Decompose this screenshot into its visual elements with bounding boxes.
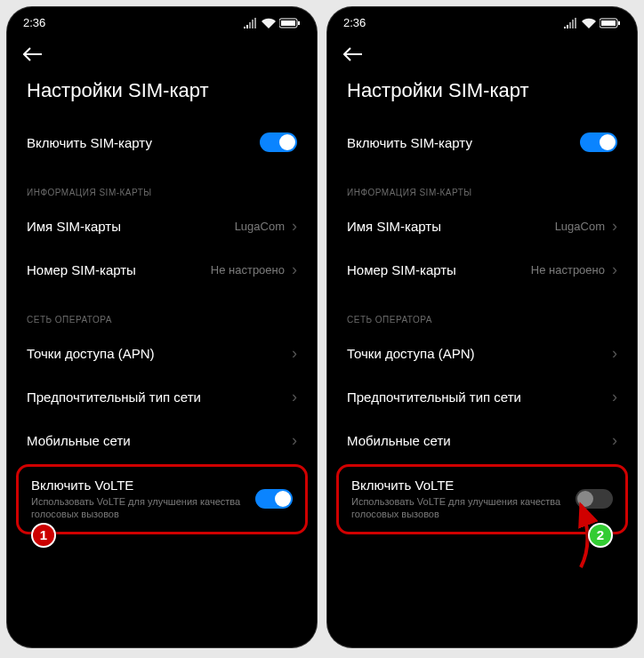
signal-icon: [244, 18, 258, 28]
section-sim-info: ИНФОРМАЦИЯ SIM-КАРТЫ: [7, 164, 317, 205]
back-button[interactable]: [23, 47, 43, 65]
chevron-right-icon: ›: [612, 217, 617, 236]
back-arrow-icon: [23, 47, 43, 61]
nav-row: [7, 35, 317, 72]
back-button[interactable]: [343, 47, 363, 65]
row-sim-number[interactable]: Номер SIM-карты Не настроено ›: [327, 248, 637, 292]
nav-row: [327, 35, 637, 72]
chevron-right-icon: ›: [292, 388, 297, 406]
row-sim-number[interactable]: Номер SIM-карты Не настроено ›: [7, 248, 317, 292]
sim-name-value: LugaCom: [555, 220, 605, 233]
status-bar: 2:36: [7, 7, 317, 35]
chevron-right-icon: ›: [292, 431, 297, 450]
row-volte[interactable]: Включить VoLTE Использовать VoLTE для ул…: [19, 467, 305, 532]
highlight-volte-1: Включить VoLTE Использовать VoLTE для ул…: [16, 464, 308, 534]
annotation-badge-2: 2: [588, 523, 613, 548]
row-net-type[interactable]: Предпочтительный тип сети ›: [327, 375, 637, 419]
chevron-right-icon: ›: [612, 344, 617, 363]
volte-desc: Использовать VoLTE для улучшения качеств…: [31, 495, 255, 521]
chevron-right-icon: ›: [612, 261, 617, 279]
row-sim-name[interactable]: Имя SIM-карты LugaCom ›: [7, 205, 317, 248]
sim-number-label: Номер SIM-карты: [27, 262, 211, 277]
sim-enable-label: Включить SIM-карту: [27, 135, 260, 150]
chevron-right-icon: ›: [292, 217, 297, 236]
status-icons: [244, 18, 301, 28]
page-title: Настройки SIM-карт: [327, 72, 637, 120]
section-network: СЕТЬ ОПЕРАТОРА: [327, 292, 637, 332]
net-type-label: Предпочтительный тип сети: [27, 389, 292, 405]
annotation-badge-1: 1: [31, 523, 56, 548]
highlight-volte-2: Включить VoLTE Использовать VoLTE для ул…: [336, 464, 628, 534]
row-mobile-net[interactable]: Мобильные сети ›: [7, 419, 317, 462]
volte-desc: Использовать VoLTE для улучшения качеств…: [351, 495, 576, 521]
row-apn[interactable]: Точки доступа (APN) ›: [327, 332, 637, 375]
sim-enable-label: Включить SIM-карту: [347, 135, 580, 150]
svg-rect-5: [618, 21, 620, 25]
volte-label: Включить VoLTE: [31, 477, 255, 493]
sim-name-label: Имя SIM-карты: [27, 219, 235, 234]
wifi-icon: [262, 18, 276, 28]
svg-rect-1: [281, 20, 295, 26]
signal-icon: [564, 18, 578, 28]
status-icons: [564, 18, 621, 28]
row-net-type[interactable]: Предпочтительный тип сети ›: [7, 375, 317, 419]
chevron-right-icon: ›: [612, 388, 617, 406]
row-volte[interactable]: Включить VoLTE Использовать VoLTE для ул…: [339, 467, 625, 532]
status-time: 2:36: [23, 16, 45, 29]
row-sim-name[interactable]: Имя SIM-карты LugaCom ›: [327, 205, 637, 248]
phone-screenshot-1: 2:36 Настройки SIM-карт Включить SIM-кар…: [7, 7, 317, 647]
chevron-right-icon: ›: [612, 431, 617, 450]
mobile-net-label: Мобильные сети: [27, 433, 292, 448]
chevron-right-icon: ›: [292, 344, 297, 363]
row-apn[interactable]: Точки доступа (APN) ›: [7, 332, 317, 375]
net-type-label: Предпочтительный тип сети: [347, 389, 612, 405]
volte-toggle-on[interactable]: [255, 489, 293, 509]
phone-screenshot-2: 2:36 Настройки SIM-карт Включить SIM-кар…: [327, 7, 637, 647]
chevron-right-icon: ›: [292, 261, 297, 279]
section-network: СЕТЬ ОПЕРАТОРА: [7, 292, 317, 332]
battery-icon: [279, 18, 301, 28]
sim-name-label: Имя SIM-карты: [347, 219, 555, 234]
sim-name-value: LugaCom: [235, 220, 285, 233]
sim-number-value: Не настроено: [211, 263, 285, 277]
battery-icon: [600, 18, 621, 28]
mobile-net-label: Мобильные сети: [347, 433, 612, 448]
row-mobile-net[interactable]: Мобильные сети ›: [327, 419, 637, 462]
sim-enable-toggle[interactable]: [580, 132, 617, 152]
page-title: Настройки SIM-карт: [7, 72, 317, 120]
sim-number-value: Не настроено: [531, 263, 605, 277]
back-arrow-icon: [343, 47, 363, 61]
sim-enable-toggle[interactable]: [260, 132, 297, 152]
volte-label: Включить VoLTE: [351, 477, 576, 493]
wifi-icon: [582, 18, 596, 28]
section-sim-info: ИНФОРМАЦИЯ SIM-КАРТЫ: [327, 164, 637, 205]
svg-rect-4: [601, 20, 616, 26]
volte-toggle-off[interactable]: [576, 489, 613, 509]
status-bar: 2:36: [327, 7, 637, 35]
row-sim-enable[interactable]: Включить SIM-карту: [7, 120, 317, 164]
row-sim-enable[interactable]: Включить SIM-карту: [327, 120, 637, 164]
sim-number-label: Номер SIM-карты: [347, 262, 531, 277]
apn-label: Точки доступа (APN): [347, 346, 612, 361]
svg-rect-2: [298, 21, 300, 25]
status-time: 2:36: [343, 16, 366, 29]
apn-label: Точки доступа (APN): [27, 346, 292, 361]
